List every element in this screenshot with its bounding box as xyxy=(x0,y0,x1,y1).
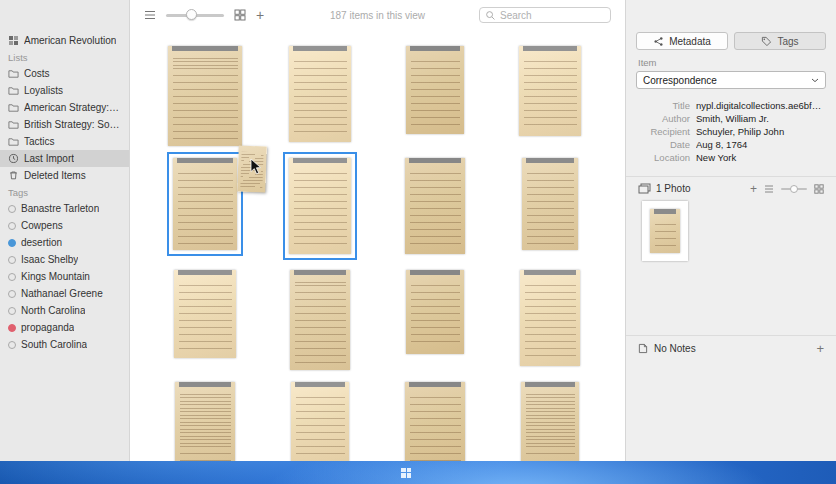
grid-item-selected[interactable] xyxy=(167,152,243,256)
document-binding-strip xyxy=(410,46,460,51)
document-binding-strip xyxy=(178,270,232,275)
grid-cell xyxy=(148,264,263,376)
sidebar-item-list-tactics[interactable]: Tactics xyxy=(0,133,129,150)
tag-circle-icon xyxy=(8,256,16,264)
grid-item[interactable] xyxy=(516,152,584,256)
sidebar-tag-cowpens[interactable]: Cowpens xyxy=(0,217,129,234)
notes-section-header: No Notes + xyxy=(636,336,826,361)
list-view-icon[interactable] xyxy=(144,10,156,20)
grid-item[interactable] xyxy=(162,40,248,152)
photo-zoom-slider[interactable] xyxy=(781,184,807,194)
document-binding-strip xyxy=(410,270,460,275)
sidebar-tag-banastre-tarleton[interactable]: Banastre Tarleton xyxy=(0,200,129,217)
document-thumbnail xyxy=(168,46,242,146)
sidebar-section-tags: Tags xyxy=(0,184,129,200)
sidebar-tag-north-carolina[interactable]: North Carolina xyxy=(0,302,129,319)
photo-thumbnail[interactable] xyxy=(642,201,688,261)
grid-item[interactable] xyxy=(400,264,470,360)
document-thumbnail xyxy=(405,158,465,254)
grid-item[interactable] xyxy=(284,264,356,376)
project-grid-icon xyxy=(8,35,19,46)
grid-cell xyxy=(263,264,378,376)
document-binding-strip xyxy=(523,46,577,51)
search-input[interactable] xyxy=(500,10,605,21)
grid-cell xyxy=(263,376,378,461)
grid-item[interactable] xyxy=(513,40,587,142)
windows-start-button[interactable] xyxy=(401,468,411,478)
add-item-button[interactable]: + xyxy=(256,9,264,21)
grid-cell xyxy=(378,264,493,376)
template-dropdown[interactable]: Correspondence xyxy=(636,71,826,89)
inspector-tabs: Metadata Tags xyxy=(636,32,826,50)
sidebar-item-last-import[interactable]: Last Import xyxy=(0,150,129,167)
folder-icon xyxy=(8,103,19,113)
tag-circle-icon xyxy=(8,239,16,247)
folder-icon xyxy=(8,120,19,130)
grid-cell xyxy=(378,376,493,461)
grid-cell xyxy=(378,40,493,152)
tag-circle-icon xyxy=(8,307,16,315)
add-note-button[interactable]: + xyxy=(816,344,824,354)
document-thumbnail xyxy=(291,382,349,461)
photo-list-icon[interactable] xyxy=(764,185,774,193)
search-box[interactable] xyxy=(479,7,611,23)
grid-cell xyxy=(263,152,378,264)
grid-item[interactable] xyxy=(283,40,357,148)
sidebar-item-list-american-strategy-south[interactable]: American Strategy: South xyxy=(0,99,129,116)
grid-item[interactable] xyxy=(399,152,471,260)
sidebar-item-list-british-strategy-south[interactable]: British Strategy: South xyxy=(0,116,129,133)
sidebar-tag-south-carolina[interactable]: South Carolina xyxy=(0,336,129,353)
grid-item[interactable] xyxy=(169,376,241,461)
grid-view-icon[interactable] xyxy=(234,9,246,21)
tab-tags[interactable]: Tags xyxy=(734,32,826,50)
sidebar-section-lists: Lists xyxy=(0,49,129,65)
grid-item-selected[interactable] xyxy=(283,152,357,260)
grid-item[interactable] xyxy=(399,376,471,461)
zoom-slider-knob[interactable] xyxy=(186,9,197,20)
tab-metadata[interactable]: Metadata xyxy=(636,32,728,50)
document-thumbnail xyxy=(175,382,235,461)
add-photo-button[interactable]: + xyxy=(750,184,757,194)
grid-item[interactable] xyxy=(400,40,470,140)
grid-item[interactable] xyxy=(285,376,355,461)
item-section-label: Item xyxy=(638,57,826,68)
screen: American Revolution Lists Costs Loyalist… xyxy=(0,0,836,484)
chevron-down-icon xyxy=(811,78,819,83)
document-binding-strip xyxy=(293,158,347,163)
sidebar-item-list-loyalists[interactable]: Loyalists xyxy=(0,82,129,99)
sidebar-item-list-costs[interactable]: Costs xyxy=(0,65,129,82)
items-count-label: 187 items in this view xyxy=(330,10,425,21)
document-binding-strip xyxy=(526,158,574,163)
tag-circle-icon xyxy=(8,273,16,281)
document-binding-strip xyxy=(409,382,461,387)
photo-grid-icon[interactable] xyxy=(814,184,824,194)
document-thumbnail xyxy=(520,270,580,366)
grid-cell xyxy=(492,152,607,264)
grid-item[interactable] xyxy=(515,376,585,461)
photo-thumbnail-document xyxy=(650,209,680,253)
trash-icon xyxy=(8,170,19,181)
sidebar-tag-desertion[interactable]: desertion xyxy=(0,234,129,251)
document-binding-strip xyxy=(293,46,347,51)
notes-label: No Notes xyxy=(654,343,696,354)
windows-taskbar xyxy=(0,461,836,484)
sidebar-item-project[interactable]: American Revolution xyxy=(0,32,129,49)
grid-item[interactable] xyxy=(514,264,586,372)
mouse-cursor xyxy=(250,158,262,175)
folder-icon xyxy=(8,69,19,79)
app-window: American Revolution Lists Costs Loyalist… xyxy=(0,0,836,461)
grid-item[interactable] xyxy=(168,264,242,364)
photos-icon xyxy=(638,183,651,194)
grid-cell xyxy=(148,40,263,152)
spacer xyxy=(636,261,826,323)
clock-icon xyxy=(8,153,19,164)
document-thumbnail xyxy=(174,270,236,358)
metadata-fields: Title nypl.digitalcollections.ae6bf2c...… xyxy=(636,99,826,164)
metadata-field-location: Location New York xyxy=(636,151,826,164)
sidebar-tag-isaac-shelby[interactable]: Isaac Shelby xyxy=(0,251,129,268)
sidebar-tag-propaganda[interactable]: propaganda xyxy=(0,319,129,336)
zoom-slider[interactable] xyxy=(166,9,224,21)
sidebar-item-deleted-items[interactable]: Deleted Items xyxy=(0,167,129,184)
sidebar-tag-kings-mountain[interactable]: Kings Mountain xyxy=(0,268,129,285)
sidebar-tag-nathanael-greene[interactable]: Nathanael Greene xyxy=(0,285,129,302)
